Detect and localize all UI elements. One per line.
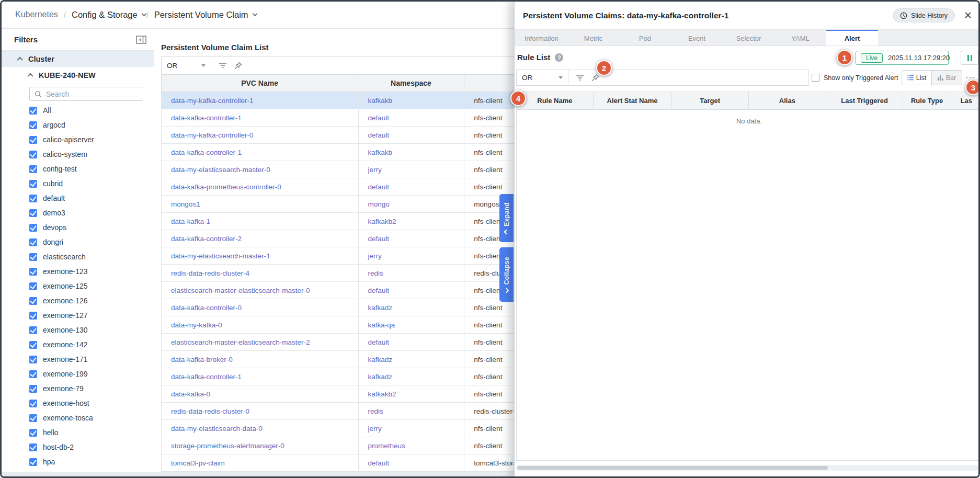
namespace-checkbox-row[interactable]: exemone-tosca [29, 411, 154, 425]
table-row[interactable]: data-kafka-1 kafkakb2 nfs-client [161, 213, 514, 230]
namespace-checkbox-row[interactable]: host-db-2 [29, 440, 154, 454]
pvc-name-link[interactable]: mongos1 [162, 196, 359, 212]
checkbox-checked-icon[interactable] [29, 458, 37, 466]
horizontal-scrollbar-track[interactable] [2, 472, 514, 478]
checkbox-checked-icon[interactable] [29, 400, 37, 407]
checkbox-checked-icon[interactable] [29, 268, 37, 276]
checkbox-checked-icon[interactable] [29, 443, 37, 451]
namespace-checkbox-row[interactable]: exemone-79 [29, 381, 154, 396]
namespace-link[interactable]: default [359, 109, 465, 126]
pvc-name-link[interactable]: data-kafka-prometheus-controller-0 [162, 178, 359, 195]
namespace-checkbox-row[interactable]: hpa [29, 454, 154, 469]
namespace-link[interactable]: mongo [359, 196, 465, 212]
help-icon[interactable]: ? [555, 53, 563, 62]
namespace-link[interactable]: jerry [359, 420, 465, 437]
table-row[interactable]: data-my-kafka-controller-1 kafkakb nfs-c… [161, 92, 514, 109]
tab[interactable]: Selector [723, 30, 774, 45]
logic-operator-select[interactable]: OR [517, 70, 568, 85]
horizontal-scrollbar-track[interactable] [516, 465, 979, 471]
column-header[interactable]: Alias [749, 92, 826, 109]
collapse-panel-icon[interactable] [135, 35, 147, 44]
pvc-name-link[interactable]: data-my-elasticsearch-master-1 [162, 247, 359, 264]
column-header[interactable]: PVC Name [162, 75, 358, 92]
pvc-name-link[interactable]: redis-data-redis-cluster-0 [162, 403, 359, 419]
namespace-link[interactable]: redis [359, 265, 465, 281]
pvc-name-link[interactable]: elasticsearch-master-elasticsearch-maste… [162, 334, 359, 350]
namespace-link[interactable]: kafkadz [359, 299, 465, 316]
pvc-name-link[interactable]: data-my-kafka-controller-1 [162, 92, 359, 109]
table-row[interactable]: data-kafka-0 kafkakb2 nfs-client [161, 385, 514, 403]
namespace-checkbox-row[interactable]: exemone-123 [29, 264, 154, 279]
tab[interactable]: YAML [774, 30, 826, 45]
namespace-link[interactable]: kafkakb [359, 144, 465, 161]
checkbox-checked-icon[interactable] [29, 385, 37, 393]
namespace-checkbox-row[interactable]: cubrid [29, 176, 154, 191]
pin-icon[interactable] [591, 74, 599, 82]
filter-icon[interactable] [576, 75, 584, 81]
checkbox-checked-icon[interactable] [29, 326, 37, 334]
namespace-checkbox-row[interactable]: exemone-127 [29, 308, 154, 323]
checkbox-checked-icon[interactable] [29, 136, 37, 144]
table-row[interactable]: tomcat3-pv-claim default tomcat3-storag [161, 454, 514, 472]
breadcrumb-menu[interactable]: Persistent Volume Claim [154, 10, 248, 20]
checkbox-checked-icon[interactable] [29, 224, 37, 232]
tab[interactable]: Pod [619, 30, 671, 45]
tab[interactable]: Information [516, 30, 567, 45]
column-header[interactable]: Alert Stat Name [594, 92, 672, 109]
namespace-checkbox-row[interactable]: argocd [29, 118, 154, 132]
tab[interactable]: Alert [826, 30, 878, 45]
pvc-name-link[interactable]: data-kafka-controller-2 [162, 230, 359, 247]
namespace-checkbox-row[interactable]: demo3 [29, 206, 154, 220]
namespace-checkbox-row[interactable]: All [29, 103, 154, 118]
table-row[interactable]: data-my-elasticsearch-master-0 jerry nfs… [161, 161, 514, 178]
pvc-name-link[interactable]: data-kafka-controller-0 [162, 299, 359, 316]
namespace-checkbox-row[interactable]: exemone-130 [29, 323, 154, 337]
checkbox-checked-icon[interactable] [29, 180, 37, 188]
column-header[interactable]: Namespace [358, 75, 464, 92]
logic-operator-select[interactable]: OR [162, 57, 211, 74]
table-row[interactable]: data-my-kafka-controller-0 default nfs-c… [161, 127, 514, 144]
namespace-link[interactable]: kafka-qa [359, 316, 465, 333]
namespace-checkbox-row[interactable]: config-test [29, 162, 154, 176]
namespace-checkbox-row[interactable]: elasticsearch [29, 249, 154, 264]
slide-history-button[interactable]: Slide History [893, 8, 955, 22]
table-row[interactable]: storage-prometheus-alertmanager-0 promet… [161, 437, 514, 454]
checkbox-checked-icon[interactable] [29, 253, 37, 261]
column-header[interactable]: Rule Type [903, 92, 951, 109]
pin-icon[interactable] [234, 62, 242, 70]
namespace-link[interactable]: default [359, 230, 465, 247]
tab[interactable]: Event [671, 30, 723, 45]
column-header[interactable]: Storage [464, 75, 514, 92]
table-row[interactable]: data-kafka-controller-1 kafkakb nfs-clie… [161, 144, 514, 161]
breadcrumb-root-link[interactable]: Kubernetes [15, 10, 58, 19]
checkbox-checked-icon[interactable] [29, 209, 37, 217]
pvc-name-link[interactable]: data-kafka-1 [162, 213, 359, 230]
table-row[interactable]: data-my-elasticsearch-master-1 jerry nfs… [161, 247, 514, 265]
pvc-name-link[interactable]: data-kafka-controller-1 [162, 368, 359, 385]
checkbox-checked-icon[interactable] [29, 370, 37, 378]
namespace-checkbox-row[interactable]: hello [29, 425, 154, 440]
checkbox-checked-icon[interactable] [29, 107, 37, 115]
checkbox-checked-icon[interactable] [29, 165, 37, 173]
namespace-link[interactable]: default [359, 282, 465, 299]
checkbox-checked-icon[interactable] [29, 297, 37, 305]
checkbox-checked-icon[interactable] [29, 341, 37, 349]
namespace-link[interactable]: default [359, 334, 465, 350]
breadcrumb-menu[interactable]: Config & Storage [72, 10, 138, 20]
show-only-triggered-toggle[interactable]: Show only Triggered Alert [812, 70, 898, 86]
pvc-name-link[interactable]: storage-prometheus-alertmanager-0 [162, 437, 359, 454]
namespace-link[interactable]: kafkakb [359, 92, 465, 109]
namespace-link[interactable]: kafkakb2 [359, 213, 465, 230]
pvc-name-link[interactable]: data-kafka-0 [162, 385, 359, 402]
pvc-name-link[interactable]: elasticsearch-master-elasticsearch-maste… [162, 282, 359, 299]
checkbox-checked-icon[interactable] [29, 238, 37, 246]
checkbox-checked-icon[interactable] [29, 414, 37, 422]
expand-button[interactable]: Expand [499, 194, 514, 242]
table-row[interactable]: elasticsearch-master-elasticsearch-maste… [161, 282, 514, 299]
table-row[interactable]: redis-data-redis-cluster-4 redis redis-c… [161, 265, 514, 282]
checkbox-checked-icon[interactable] [29, 356, 37, 363]
horizontal-scrollbar-thumb[interactable] [517, 466, 828, 470]
namespace-search[interactable] [29, 87, 142, 101]
pvc-name-link[interactable]: tomcat3-pv-claim [162, 454, 359, 471]
collapse-button[interactable]: Collapse [499, 247, 514, 302]
